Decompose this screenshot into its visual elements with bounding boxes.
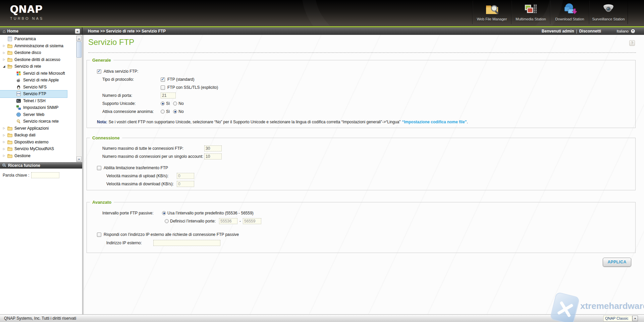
ftp-standard-checkbox[interactable] — [161, 77, 165, 82]
anonymous-label: Attiva connessione anonima: — [102, 109, 161, 114]
external-reply-row: Rispondi con l’indirizzo IP esterno alle… — [97, 231, 635, 239]
language-dropdown[interactable]: Italiano — [617, 27, 635, 35]
expand-arrow[interactable] — [2, 147, 6, 150]
folder-open-icon — [7, 64, 13, 69]
logout-link[interactable]: Disconnetti — [579, 29, 601, 34]
ftp-ssl-checkbox[interactable] — [161, 85, 165, 90]
overview-doc-icon — [7, 37, 13, 42]
transfer-limit-checkbox[interactable] — [97, 166, 101, 170]
unicode-yes-label: Sì — [166, 101, 170, 106]
sidebar-item-servizio-di-rete[interactable]: Servizio di rete — [0, 63, 75, 70]
sidebar-item-label: Server Web — [23, 112, 44, 117]
external-ip-input[interactable] — [153, 240, 220, 246]
range-to-input[interactable] — [243, 218, 261, 224]
sidebar: Panoramica Amministrazione di sistema Ge… — [0, 35, 83, 314]
scroll-down-icon[interactable]: ▼ — [76, 156, 82, 162]
sidebar-item-dispositivo-esterno[interactable]: Dispositivo esterno — [0, 139, 75, 146]
external-reply-checkbox[interactable] — [97, 233, 101, 237]
expand-arrow[interactable] — [2, 65, 6, 68]
sidebar-panel-header: ⌂ Home « — [0, 27, 83, 35]
anonymous-row: Attiva connessione anonima: Sì No — [102, 108, 635, 116]
sidebar-item-servizio-mycloudnas[interactable]: Servizio MyCloudNAS — [0, 145, 75, 152]
sidebar-item-servizio-ftp[interactable]: FTP Servizio FTP — [0, 90, 67, 98]
default-range-radio[interactable] — [162, 211, 166, 215]
define-range-radio[interactable] — [165, 219, 169, 223]
sidebar-item-servizi-di-rete-microsoft[interactable]: Servizi di rete Microsoft — [0, 70, 75, 77]
download-speed-input[interactable] — [177, 181, 194, 187]
expand-arrow[interactable] — [2, 44, 6, 47]
tree-scrollbar[interactable]: ▲ ▼ — [76, 36, 82, 162]
unicode-no-label: No — [178, 101, 183, 106]
max-single-input[interactable] — [204, 153, 222, 159]
sidebar-item-impostazioni-snmp[interactable]: Impostazioni SNMP — [0, 104, 75, 111]
expand-arrow[interactable] — [2, 134, 6, 137]
folder-icon — [7, 139, 13, 144]
multimedia-station-button[interactable]: Multimedia Station — [511, 1, 550, 24]
sidebar-item-server-applicazioni[interactable]: Server Applicazioni — [0, 125, 75, 132]
keyword-input[interactable] — [31, 172, 59, 178]
expand-arrow[interactable] — [2, 154, 6, 157]
sidebar-item-gestione-disco[interactable]: Gestione disco — [0, 49, 75, 56]
enable-ftp-label: Attiva servizio FTP: — [104, 69, 138, 74]
folder-icon — [7, 57, 13, 62]
surveillance-station-button[interactable]: Surveillance Station — [589, 1, 628, 24]
sidebar-item-server-web[interactable]: Server Web — [0, 111, 75, 118]
sidebar-item-telnet-ssh[interactable]: Telnet / SSH — [0, 98, 75, 105]
breadcrumb[interactable]: Home >> Servizio di rete >> Servizio FTP — [88, 27, 166, 35]
sidebar-item-label: Servizio di rete — [14, 64, 41, 69]
anonymous-no-radio[interactable] — [173, 110, 177, 114]
sidebar-item-gestione[interactable]: Gestione — [0, 152, 75, 159]
sidebar-item-amministrazione-di-sistema[interactable]: Amministrazione di sistema — [0, 43, 75, 50]
sidebar-item-label: Amministrazione di sistema — [14, 44, 63, 48]
sidebar-item-label: Server Applicazioni — [14, 126, 49, 131]
snmp-nodes-icon — [16, 105, 21, 110]
folder-icon — [7, 50, 13, 55]
sidebar-item-servizi-di-rete-apple[interactable]: Servizi di rete Apple — [0, 77, 75, 84]
sidebar-item-label: Gestione diritti di accesso — [14, 57, 60, 62]
protocol-row: Tipo di protocollo: FTP (standard) — [102, 75, 635, 83]
note-link[interactable]: “Impostazione codifica nome file” — [402, 120, 467, 124]
port-input[interactable] — [161, 92, 176, 99]
expand-arrow[interactable] — [2, 127, 6, 130]
function-search-panel: Ricerca funzione Parola chiave : — [0, 162, 82, 178]
expand-arrow[interactable] — [2, 58, 6, 61]
download-station-button[interactable]: Download Station — [550, 1, 589, 24]
max-connections-label: Numero massimo di tutte le connessioni F… — [102, 146, 204, 151]
unicode-yes-radio[interactable] — [161, 102, 165, 106]
scroll-up-icon[interactable]: ▲ — [76, 36, 82, 41]
sidebar-item-backup-dati[interactable]: Backup dati — [0, 132, 75, 139]
external-reply-label: Rispondi con l’indirizzo IP esterno alle… — [104, 232, 239, 237]
enable-ftp-checkbox[interactable] — [97, 69, 101, 74]
help-icon[interactable]: ? — [629, 40, 635, 46]
surveillance-station-icon — [601, 2, 615, 16]
sidebar-item-servizio-nfs[interactable]: Servizio NFS — [0, 84, 75, 91]
apply-button[interactable]: APPLICA — [603, 258, 631, 267]
function-search-header[interactable]: Ricerca funzione — [0, 162, 82, 169]
main-content: Servizio FTP ? Generale Attiva servizio … — [84, 35, 644, 314]
range-from-input[interactable] — [219, 218, 237, 224]
anonymous-yes-radio[interactable] — [161, 110, 165, 114]
range-separator: - — [239, 219, 241, 223]
max-connections-input[interactable] — [204, 145, 222, 151]
keyword-label: Parola chiave : — [3, 173, 29, 178]
folder-icon — [7, 43, 13, 48]
scrollbar-thumb[interactable] — [76, 42, 82, 58]
unicode-no-radio[interactable] — [173, 102, 177, 106]
logo-text: QNAP — [10, 3, 44, 15]
chevron-down-icon[interactable]: ▼ — [632, 316, 638, 321]
max-single-label: Numero massimo di connessioni per un sin… — [102, 154, 204, 159]
sidebar-item-panoramica[interactable]: Panoramica — [0, 36, 75, 43]
net-search-icon — [16, 119, 21, 124]
sidebar-collapse-button[interactable]: « — [75, 28, 80, 34]
sidebar-item-servizio-ricerca-rete[interactable]: Servizio ricerca rete — [0, 118, 75, 125]
station-label: Web File Manager — [477, 17, 507, 21]
protocol-label: Tipo di protocollo: — [102, 77, 161, 82]
theme-selector[interactable]: QNAP Classic ▼ — [603, 316, 638, 321]
transfer-limit-label: Abilita limitazione trasferimento FTP — [104, 166, 168, 170]
download-speed-label: Velocità massima di download (KB/s): — [106, 182, 177, 186]
expand-arrow[interactable] — [2, 140, 6, 143]
web-file-manager-button[interactable]: Web File Manager — [472, 1, 511, 24]
upload-speed-input[interactable] — [177, 173, 194, 179]
expand-arrow[interactable] — [2, 51, 6, 54]
sidebar-item-gestione-diritti-di-accesso[interactable]: Gestione diritti di accesso — [0, 56, 75, 63]
